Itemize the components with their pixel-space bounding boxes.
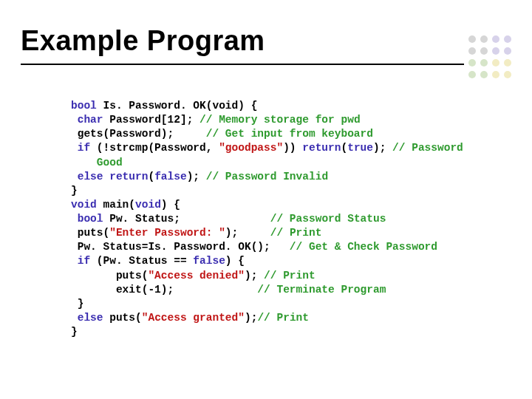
comment: // Memory storage for pwd: [200, 114, 361, 126]
keyword: else return: [71, 171, 148, 183]
code-text: ) {: [225, 255, 245, 267]
code-text: main(: [97, 199, 135, 211]
decorative-dots: [468, 35, 513, 80]
dot-icon: [480, 35, 488, 43]
dot-icon: [492, 35, 499, 43]
string: "goodpass": [219, 142, 283, 154]
keyword: char: [71, 114, 103, 126]
code-text: );: [245, 312, 257, 324]
string: "Access denied": [148, 270, 245, 282]
code-text: gets(Password);: [71, 128, 206, 140]
code-text: ) {: [161, 199, 180, 211]
comment: // Print: [257, 312, 309, 324]
code-text: }: [71, 326, 78, 338]
code-text: );: [225, 227, 270, 239]
comment: Good: [71, 157, 123, 168]
comment: // Print: [264, 270, 316, 282]
keyword: bool: [71, 100, 97, 112]
code-text: exit(-1);: [71, 284, 257, 296]
keyword: bool: [71, 213, 103, 225]
keyword: else: [71, 312, 103, 324]
keyword: void: [71, 199, 97, 211]
keyword: false: [154, 171, 187, 183]
code-text: (: [148, 171, 154, 183]
comment: // Get input from keyboard: [206, 128, 373, 140]
page-title: Example Program: [21, 25, 265, 57]
code-text: Pw. Status=Is. Password. OK();: [71, 241, 290, 253]
code-text: (Pw. Status ==: [90, 255, 193, 267]
dot-icon: [504, 47, 511, 55]
dot-icon: [468, 35, 476, 43]
code-block: bool Is. Password. OK(void) { char Passw…: [71, 99, 514, 339]
dot-icon: [492, 59, 499, 66]
comment: // Terminate Program: [257, 284, 386, 296]
code-text: Password[12];: [103, 114, 200, 126]
comment: // Get & Check Password: [290, 241, 437, 253]
keyword: false: [193, 255, 225, 267]
code-text: puts(: [71, 227, 109, 239]
string: "Access granted": [142, 312, 245, 324]
dot-icon: [504, 71, 511, 78]
code-text: }: [71, 185, 78, 197]
code-text: (: [341, 142, 347, 154]
code-text: puts(: [103, 312, 142, 324]
keyword: if: [71, 142, 90, 154]
dot-icon: [480, 59, 488, 66]
code-text: }: [71, 298, 83, 310]
comment: // Password Invalid: [206, 171, 328, 183]
dot-icon: [480, 47, 488, 55]
code-text: );: [373, 142, 392, 154]
title-underline: [21, 64, 464, 65]
code-text: );: [245, 270, 264, 282]
comment: // Print: [270, 227, 322, 239]
code-text: Pw. Status;: [103, 213, 270, 225]
code-text: (!strcmp(Password,: [90, 142, 219, 154]
comment: // Password Status: [270, 213, 386, 225]
dot-icon: [504, 35, 511, 43]
dot-icon: [468, 59, 476, 66]
code-text: puts(: [71, 270, 148, 282]
keyword: if: [71, 255, 90, 267]
dot-icon: [492, 71, 499, 78]
slide: Example Program bool Is. Password. OK(vo…: [0, 0, 532, 399]
code-text: Is. Password. OK(void) {: [97, 100, 258, 112]
dot-icon: [468, 47, 476, 55]
dot-icon: [480, 71, 488, 78]
dot-icon: [492, 47, 499, 55]
keyword: return: [302, 142, 341, 154]
code-text: )): [283, 142, 302, 154]
dot-icon: [504, 59, 511, 66]
string: "Enter Password: ": [109, 227, 225, 239]
dot-icon: [468, 71, 476, 78]
keyword: void: [135, 199, 161, 211]
code-text: );: [187, 171, 206, 183]
comment: // Password: [392, 142, 463, 154]
keyword: true: [347, 142, 373, 154]
